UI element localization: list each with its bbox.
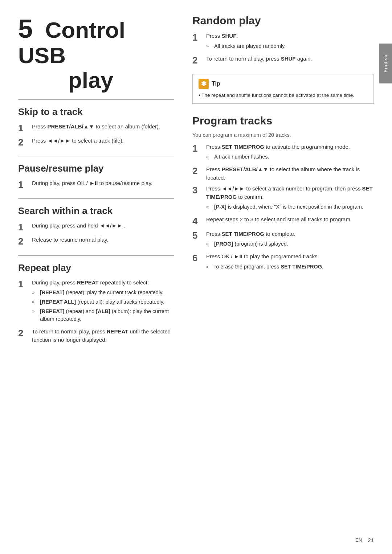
arrow-icon-6: » — [206, 204, 211, 211]
program-step-6-content: Press OK / ►II to play the programmed tr… — [206, 253, 374, 272]
program-bold-1: SET TIME/PROG — [222, 144, 265, 150]
section-repeat: Repeat play 1 During play, press REPEAT … — [18, 262, 174, 344]
program-bold-6: ►II — [234, 253, 242, 259]
section-skip: Skip to a track 1 Press PRESET/ALB/▲▼ to… — [18, 106, 174, 148]
random-title: Random play — [192, 15, 374, 27]
program-sub-list-1: » A track number flashes. — [206, 153, 374, 161]
main-content: 5 Control USB play Skip to a track 1 Pre… — [0, 0, 392, 554]
skip-step-1-bold: PRESET/ALB/▲▼ — [48, 123, 94, 130]
search-step-1-number: 1 — [18, 222, 28, 233]
random-step-1-number: 1 — [192, 32, 203, 43]
repeat-sub-item-1-text: [REPEAT] (repeat): play the current trac… — [40, 289, 163, 296]
skip-step-1-content: Press PRESET/ALB/▲▼ to select an album (… — [32, 123, 174, 131]
random-step-2-number: 2 — [192, 55, 203, 66]
program-step-6: 6 Press OK / ►II to play the programmed … — [192, 253, 374, 272]
repeat-sub-item-2-text: [REPEAT ALL] (repeat all): play all trac… — [40, 298, 164, 306]
skip-step-1: 1 Press PRESET/ALB/▲▼ to select an album… — [18, 123, 174, 134]
program-intro: You can program a maximum of 20 tracks. — [192, 132, 374, 138]
repeat-step-2-content: To return to normal play, press REPEAT u… — [32, 328, 174, 344]
pause-step-1-content: During play, press OK / ►II to pause/res… — [32, 179, 174, 188]
program-step-4-content: Repeat steps 2 to 3 to select and store … — [206, 216, 374, 224]
chapter-number: 5 — [18, 14, 33, 43]
right-column: Random play 1 Press SHUF. » All tracks a… — [185, 15, 374, 539]
footer-lang: EN — [355, 537, 362, 543]
skip-step-2-number: 2 — [18, 137, 28, 148]
program-sub-list-6: • To erase the program, press SET TIME/P… — [206, 263, 374, 271]
skip-step-1-number: 1 — [18, 123, 28, 134]
program-step-5-number: 5 — [192, 230, 203, 241]
repeat-step-1-content: During play, press REPEAT repeatedly to … — [32, 279, 174, 325]
program-sub-item-1-1: » A track number flashes. — [206, 153, 374, 161]
program-bold-5: SET TIME/PROG — [222, 231, 265, 237]
arrow-icon-3: » — [32, 308, 37, 323]
divider-4 — [18, 255, 174, 256]
program-step-3: 3 Press ◄◄/►► to select a track number t… — [192, 185, 374, 213]
side-tab: English — [379, 44, 392, 83]
arrow-icon-1: » — [32, 289, 37, 296]
tip-text: • The repeat and shuffle functions canno… — [199, 92, 368, 99]
pause-step-1: 1 During play, press OK / ►II to pause/r… — [18, 179, 174, 190]
program-step-1-content: Press SET TIME/PROG to activate the prog… — [206, 143, 374, 163]
program-title: Program tracks — [192, 115, 374, 127]
arrow-icon-2: » — [32, 299, 37, 306]
program-sub-3-1-text: [P-X] is displayed, where "X" is the nex… — [214, 203, 363, 211]
random-sub-item-1: » All tracks are played randomly. — [206, 42, 374, 50]
side-tab-label: English — [383, 54, 388, 73]
program-sub-item-3-1: » [P-X] is displayed, where "X" is the n… — [206, 203, 374, 211]
tip-label: Tip — [212, 81, 220, 87]
search-step-1: 1 During play, press and hold ◄◄/►► . — [18, 222, 174, 233]
skip-step-2: 2 Press ◄◄/►► to select a track (file). — [18, 137, 174, 148]
random-bold-1: SHUF — [222, 33, 237, 39]
footer-bar: EN 21 — [355, 537, 374, 543]
program-sub-5-1-text: [PROG] (program) is displayed. — [214, 240, 288, 248]
random-sub-list: » All tracks are played randomly. — [206, 42, 374, 50]
repeat-step-1: 1 During play, press REPEAT repeatedly t… — [18, 279, 174, 325]
search-step-2-content: Release to resume normal play. — [32, 236, 174, 244]
program-sub-1-1-text: A track number flashes. — [214, 153, 269, 161]
program-step-3-content: Press ◄◄/►► to select a track number to … — [206, 185, 374, 213]
program-bold-2: PRESET/ALB/▲▼ — [222, 166, 269, 172]
repeat-sub-item-2: » [REPEAT ALL] (repeat all): play all tr… — [32, 298, 174, 306]
chapter-title: 5 Control USB play — [18, 15, 174, 93]
skip-step-2-content: Press ◄◄/►► to select a track (file). — [32, 137, 174, 145]
section-search: Search within a track 1 During play, pre… — [18, 205, 174, 247]
program-step-5: 5 Press SET TIME/PROG to complete. » [PR… — [192, 230, 374, 250]
program-step-6-number: 6 — [192, 253, 203, 264]
repeat-step-1-number: 1 — [18, 279, 28, 290]
program-step-1-number: 1 — [192, 143, 203, 154]
random-step-2: 2 To return to normal play, press SHUF a… — [192, 55, 374, 66]
tip-box: ✱ Tip • The repeat and shuffle functions… — [192, 74, 374, 104]
tip-header: ✱ Tip — [199, 79, 368, 89]
random-step-1: 1 Press SHUF. » All tracks are played ra… — [192, 32, 374, 52]
random-sub-item-1-text: All tracks are played randomly. — [214, 42, 286, 50]
repeat-bold-2: REPEAT — [107, 328, 128, 335]
arrow-icon-4: » — [206, 43, 211, 50]
pause-bold: ►II — [89, 180, 98, 186]
repeat-step-2-number: 2 — [18, 328, 28, 339]
program-sub-list-5: » [PROG] (program) is displayed. — [206, 240, 374, 248]
pause-step-1-number: 1 — [18, 179, 28, 190]
search-step-1-content: During play, press and hold ◄◄/►► . — [32, 222, 174, 230]
pause-title: Pause/resume play — [18, 163, 174, 174]
program-step-2-content: Press PRESET/ALB/▲▼ to select the album … — [206, 165, 374, 182]
program-sub-6-1-text: To erase the program, press SET TIME/PRO… — [213, 263, 323, 271]
program-sub-item-6-1: • To erase the program, press SET TIME/P… — [206, 263, 374, 271]
left-column: 5 Control USB play Skip to a track 1 Pre… — [18, 15, 185, 539]
repeat-step-2: 2 To return to normal play, press REPEAT… — [18, 328, 174, 344]
skip-step-2-bold: ◄◄/►► — [48, 138, 71, 144]
arrow-icon-7: » — [206, 241, 211, 248]
random-bold-2: SHUF — [281, 56, 296, 62]
program-step-2-number: 2 — [192, 165, 203, 177]
program-step-4: 4 Repeat steps 2 to 3 to select and stor… — [192, 216, 374, 227]
search-step-2-number: 2 — [18, 236, 28, 247]
divider-2 — [18, 156, 174, 156]
repeat-sub-item-3: » [REPEAT] (repeat) and [ALB] (album): p… — [32, 308, 174, 323]
page-container: English 5 Control USB play Skip to a tra… — [0, 0, 392, 554]
footer-page: 21 — [368, 537, 374, 543]
search-step-2: 2 Release to resume normal play. — [18, 236, 174, 247]
bullet-icon-1: • — [206, 263, 211, 271]
divider-3 — [18, 198, 174, 199]
program-step-2: 2 Press PRESET/ALB/▲▼ to select the albu… — [192, 165, 374, 182]
random-step-2-content: To return to normal play, press SHUF aga… — [206, 55, 374, 63]
section-random: Random play 1 Press SHUF. » All tracks a… — [192, 15, 374, 66]
